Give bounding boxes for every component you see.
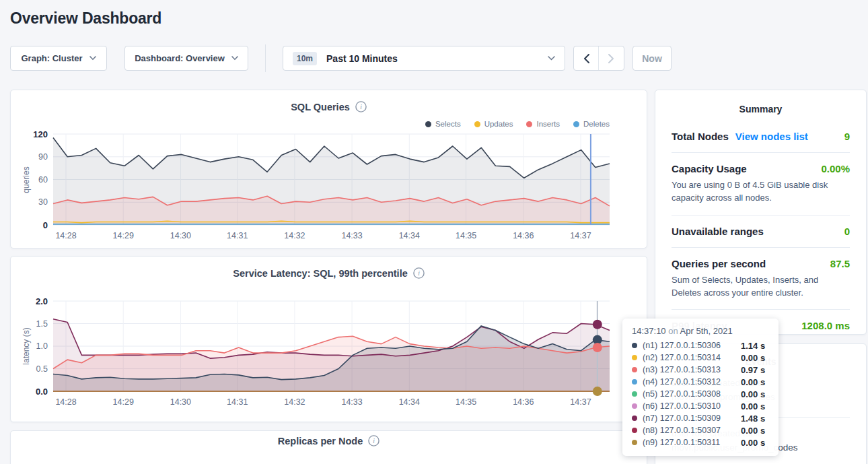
time-range-label: Past 10 Minutes — [326, 53, 398, 64]
graph-dropdown-label: Graph: Cluster — [21, 53, 82, 63]
x-axis-tick: 14:33 — [341, 397, 362, 407]
divider — [672, 152, 850, 153]
tooltip-row: (n1) 127.0.0.1:503061.14 s — [632, 339, 769, 352]
total-nodes-row: Total Nodes View nodes list 9 — [672, 131, 850, 142]
graph-dropdown[interactable]: Graph: Cluster — [10, 46, 107, 71]
node-dot-icon — [632, 428, 637, 433]
time-range-dropdown[interactable]: 10m Past 10 Minutes — [283, 46, 565, 71]
x-axis-tick: 14:29 — [113, 397, 134, 407]
qps-value: 87.5 — [830, 258, 850, 269]
x-axis-tick: 14:36 — [513, 231, 534, 240]
tooltip-row: (n2) 127.0.0.1:503140.00 s — [632, 352, 769, 364]
node-latency-value: 1.48 s — [741, 413, 765, 424]
time-range-badge: 10m — [293, 52, 317, 65]
sql-queries-chart[interactable]: 030609012014:2814:2914:3014:3114:3214:33… — [11, 90, 647, 248]
unavailable-ranges-label: Unavailable ranges — [672, 226, 764, 237]
node-dot-icon — [632, 403, 637, 409]
x-axis-tick: 14:32 — [284, 397, 305, 407]
tooltip-row: (n7) 127.0.0.1:503091.48 s — [632, 412, 769, 424]
unavailable-ranges-value: 0 — [844, 226, 850, 237]
divider — [672, 247, 850, 248]
node-dot-icon — [632, 391, 637, 397]
node-dot-icon — [632, 367, 637, 372]
x-axis-tick: 14:37 — [570, 397, 591, 407]
service-latency-chart[interactable]: 0.00.51.01.52.014:2814:2914:3014:3114:32… — [11, 257, 647, 422]
summary-title: Summary — [672, 104, 850, 114]
capacity-description: You are using 0 B of 4.5 GiB usable disk… — [672, 179, 850, 205]
y-axis-tick: 0 — [21, 220, 48, 230]
svg-text:i: i — [373, 438, 375, 444]
x-axis-tick: 14:32 — [284, 231, 305, 240]
qps-label: Queries per second — [672, 258, 766, 269]
capacity-value: 0.00% — [821, 163, 850, 174]
dashboard-dropdown-label: Dashboard: Overview — [135, 53, 225, 63]
node-address: (n2) 127.0.0.1:50314 — [643, 353, 741, 362]
y-axis-tick: 0.0 — [21, 387, 48, 397]
node-address: (n3) 127.0.0.1:50313 — [643, 365, 741, 374]
replicas-per-node-title: Replicas per Node — [278, 436, 363, 446]
capacity-label: Capacity Usage — [672, 163, 747, 174]
chevron-down-icon — [548, 56, 555, 61]
divider — [672, 309, 850, 310]
next-interval-button[interactable] — [599, 46, 624, 70]
node-latency-value: 0.00 s — [741, 438, 765, 448]
service-latency-panel: Service Latency: SQL, 99th percentile i … — [10, 256, 647, 422]
tooltip-rows: (n1) 127.0.0.1:503061.14 s(n2) 127.0.0.1… — [632, 339, 769, 449]
prev-interval-button[interactable] — [574, 46, 599, 70]
node-address: (n1) 127.0.0.1:50306 — [643, 341, 741, 350]
tooltip-row: (n6) 127.0.0.1:503100.00 s — [632, 400, 769, 412]
x-axis-tick: 14:31 — [227, 231, 248, 240]
time-step-buttons — [573, 46, 624, 71]
x-axis-tick: 14:30 — [170, 231, 191, 240]
page-title: Overview Dashboard — [10, 9, 161, 28]
x-axis-tick: 14:35 — [456, 231, 476, 240]
replicas-per-node-panel: Replicas per Node i — [10, 430, 647, 464]
tooltip-row: (n8) 127.0.0.1:503070.00 s — [632, 424, 769, 436]
node-latency-value: 0.00 s — [741, 377, 765, 387]
tooltip-row: (n4) 127.0.0.1:503120.00 s — [632, 376, 769, 388]
capacity-row: Capacity Usage 0.00% — [672, 163, 850, 174]
view-nodes-list-link[interactable]: View nodes list — [735, 131, 808, 142]
controls-divider — [265, 44, 266, 72]
sql-queries-panel: SQL Queries i Selects Updates Inserts De… — [10, 90, 647, 248]
node-latency-value: 1.14 s — [741, 341, 765, 351]
total-nodes-value: 9 — [844, 131, 850, 142]
y-axis-tick: 90 — [21, 152, 48, 162]
unavailable-ranges-row: Unavailable ranges 0 — [672, 226, 850, 237]
chart-hover-tooltip: 14:37:10 on Apr 5th, 2021 (n1) 127.0.0.1… — [622, 319, 779, 456]
summary-panel: Summary Total Nodes View nodes list 9 Ca… — [655, 90, 867, 335]
tooltip-timestamp: 14:37:10 on Apr 5th, 2021 — [632, 326, 769, 336]
tooltip-row: (n9) 127.0.0.1:503110.00 s — [632, 436, 769, 449]
chevron-left-icon — [583, 54, 589, 63]
y-axis-label: latency (s) — [22, 327, 31, 364]
node-latency-value: 0.00 s — [741, 389, 765, 399]
node-latency-value: 0.00 s — [741, 353, 765, 363]
node-latency-value: 0.97 s — [741, 365, 765, 375]
qps-row: Queries per second 87.5 — [672, 258, 850, 269]
y-axis-tick: 120 — [21, 129, 48, 139]
node-address: (n6) 127.0.0.1:50310 — [643, 401, 741, 411]
node-dot-icon — [632, 379, 637, 385]
y-axis-tick: 30 — [21, 197, 48, 207]
x-axis-tick: 14:30 — [170, 397, 191, 407]
y-axis-tick: 2.0 — [21, 296, 48, 306]
dashboard-dropdown[interactable]: Dashboard: Overview — [124, 46, 248, 71]
node-address: (n4) 127.0.0.1:50312 — [643, 377, 741, 387]
node-latency-value: 0.00 s — [741, 401, 765, 411]
chevron-right-icon — [608, 54, 614, 63]
node-dot-icon — [632, 343, 637, 348]
info-icon[interactable]: i — [368, 435, 379, 446]
now-button[interactable]: Now — [632, 46, 672, 71]
y-axis-label: queries — [22, 166, 31, 193]
x-axis-tick: 14:34 — [399, 231, 420, 240]
total-nodes-label: Total Nodes — [672, 131, 729, 142]
x-axis-tick: 14:31 — [227, 397, 248, 407]
y-axis-tick: 0.5 — [21, 364, 48, 374]
p99-value: 1208.0 ms — [801, 320, 850, 331]
x-axis-tick: 14:36 — [513, 397, 534, 407]
tooltip-row: (n5) 127.0.0.1:503080.00 s — [632, 388, 769, 400]
x-axis-tick: 14:28 — [55, 231, 76, 240]
now-button-label: Now — [642, 53, 662, 64]
node-address: (n9) 127.0.0.1:50311 — [643, 438, 741, 447]
node-dot-icon — [632, 440, 637, 445]
